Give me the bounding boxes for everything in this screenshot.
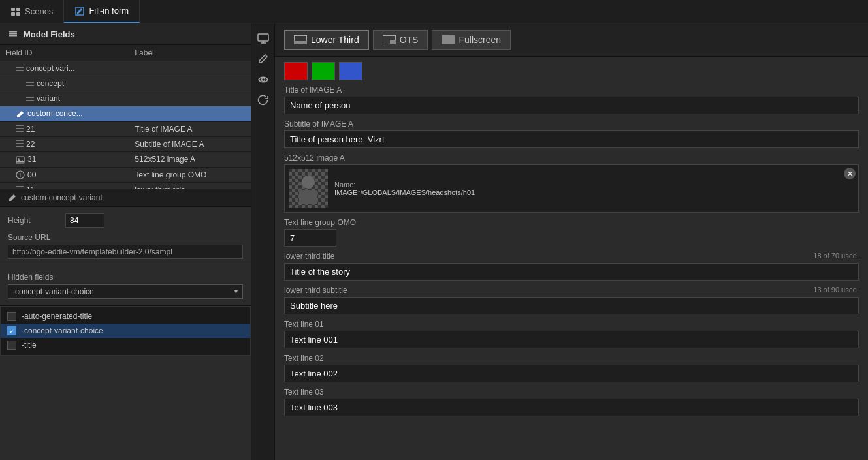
refresh-button[interactable] bbox=[254, 91, 272, 110]
svg-rect-11 bbox=[258, 34, 268, 41]
field-label-cell bbox=[129, 61, 251, 76]
svg-rect-16 bbox=[294, 41, 307, 44]
field-id-cell: 11 bbox=[0, 183, 129, 189]
height-label: Height bbox=[8, 216, 60, 225]
field-table-container: Field ID Label concept vari... bbox=[0, 45, 251, 189]
field-id-cell: 31 bbox=[0, 151, 129, 167]
ots-btn-icon bbox=[383, 35, 396, 44]
checkbox-auto-generated[interactable] bbox=[7, 312, 16, 321]
input-text-line-group[interactable] bbox=[284, 229, 336, 247]
properties-section: Height Source URL bbox=[0, 207, 251, 266]
label-lower-third-subtitle: lower third subtitle bbox=[284, 286, 347, 295]
image-info: Name: IMAGE*/GLOBALS/IMAGES/headshots/h0… bbox=[334, 181, 475, 196]
image-path: IMAGE*/GLOBALS/IMAGES/headshots/h01 bbox=[334, 189, 475, 196]
checkbox-item-title[interactable]: -title bbox=[1, 338, 250, 352]
hamburger-icon bbox=[8, 29, 18, 39]
svg-point-14 bbox=[261, 78, 265, 82]
svg-rect-0 bbox=[11, 8, 15, 11]
top-bar: Scenes Fill-in form bbox=[0, 0, 868, 23]
input-lower-third-subtitle[interactable] bbox=[284, 297, 859, 314]
svg-point-8 bbox=[18, 158, 19, 159]
table-row-active[interactable]: custom-conce... bbox=[0, 106, 251, 122]
table-row[interactable]: variant bbox=[0, 91, 251, 106]
image-remove-button[interactable]: ✕ bbox=[844, 168, 856, 179]
swatch-blue[interactable] bbox=[339, 62, 362, 80]
field-id-cell: concept vari... bbox=[0, 61, 129, 76]
checkbox-concept-variant[interactable]: ✓ bbox=[7, 326, 16, 335]
screen-button[interactable] bbox=[254, 29, 272, 47]
hidden-fields-select[interactable]: -concept-variant-choice bbox=[8, 284, 243, 299]
fill-in-form-icon bbox=[74, 6, 85, 16]
ots-button[interactable]: OTS bbox=[373, 30, 428, 50]
table-header-row: Field ID Label bbox=[0, 45, 251, 61]
eye-button[interactable] bbox=[254, 70, 272, 89]
source-url-input[interactable] bbox=[8, 245, 243, 259]
lower-third-button[interactable]: Lower Third bbox=[284, 30, 369, 50]
label-lower-third-title: lower third title bbox=[284, 252, 334, 261]
fullscreen-button[interactable]: Fullscreen bbox=[432, 30, 511, 50]
table-row[interactable]: concept bbox=[0, 76, 251, 91]
checkbox-title-label: -title bbox=[22, 341, 37, 350]
field-text-line-group: Text line group OMO bbox=[284, 218, 859, 247]
swatch-red[interactable] bbox=[284, 62, 308, 80]
field-image-512: 512x512 image A ✕ Name: I bbox=[284, 153, 859, 213]
input-text-line-03[interactable] bbox=[284, 399, 859, 416]
input-text-line-01[interactable] bbox=[284, 331, 859, 348]
field-text-line-02: Text line 02 bbox=[284, 354, 859, 382]
tab-fill-in-form-label: Fill-in form bbox=[89, 6, 129, 16]
char-count-lower-third-title: 18 of 70 used. bbox=[813, 252, 859, 261]
checkbox-title[interactable] bbox=[7, 341, 16, 350]
table-row[interactable]: 21 Title of IMAGE A bbox=[0, 121, 251, 136]
custom-concept-bar: custom-concept-variant bbox=[0, 189, 251, 207]
tab-scenes-label: Scenes bbox=[25, 7, 53, 16]
field-label-cell: Text line group OMO bbox=[129, 167, 251, 183]
input-text-line-02[interactable] bbox=[284, 365, 859, 382]
eye-icon bbox=[257, 74, 269, 85]
swatch-green[interactable] bbox=[312, 62, 335, 80]
col-label: Label bbox=[129, 45, 251, 61]
svg-rect-4 bbox=[9, 31, 17, 33]
table-row[interactable]: 31 512x512 image A bbox=[0, 151, 251, 167]
checkmark-icon: ✓ bbox=[9, 328, 14, 335]
height-row: Height bbox=[8, 213, 243, 228]
field-id-cell: variant bbox=[0, 91, 129, 106]
checkbox-item-auto-generated[interactable]: -auto-generated-title bbox=[1, 309, 250, 324]
field-id-cell: concept bbox=[0, 76, 129, 91]
height-input[interactable] bbox=[65, 213, 104, 228]
field-label-cell bbox=[129, 91, 251, 106]
field-lower-third-subtitle: lower third subtitle 13 of 90 used. bbox=[284, 286, 859, 314]
table-row[interactable]: 11 lower third title bbox=[0, 183, 251, 189]
fullscreen-btn-icon bbox=[442, 35, 455, 44]
table-row[interactable]: 22 Subtitle of IMAGE A bbox=[0, 136, 251, 151]
image-name-label: Name: bbox=[334, 181, 475, 189]
label-title-image-a: Title of IMAGE A bbox=[284, 85, 342, 95]
field-id-cell: i 00 bbox=[0, 167, 129, 183]
input-title-image-a[interactable] bbox=[284, 97, 859, 114]
checkbox-concept-variant-label: -concept-variant-choice bbox=[22, 326, 103, 335]
right-content: Lower Third OTS Fullscreen bbox=[275, 23, 868, 460]
tab-fill-in-form[interactable]: Fill-in form bbox=[64, 0, 140, 23]
edit-icon-small bbox=[8, 193, 17, 202]
image-thumbnail bbox=[289, 169, 328, 208]
edit-pen-button[interactable] bbox=[254, 50, 272, 68]
svg-rect-3 bbox=[16, 12, 20, 16]
tab-scenes[interactable]: Scenes bbox=[0, 0, 64, 23]
hidden-fields-label: Hidden fields bbox=[8, 273, 243, 282]
input-lower-third-title[interactable] bbox=[284, 263, 859, 281]
edit-pen-icon bbox=[257, 53, 269, 65]
fullscreen-label: Fullscreen bbox=[458, 35, 501, 45]
custom-concept-label: custom-concept-variant bbox=[21, 193, 103, 202]
input-subtitle-image-a[interactable] bbox=[284, 130, 859, 148]
checkbox-item-concept-variant[interactable]: ✓ -concept-variant-choice bbox=[1, 324, 250, 338]
screen-icon bbox=[257, 32, 269, 44]
drag-handle-icon bbox=[16, 65, 24, 71]
scenes-icon bbox=[10, 7, 21, 17]
svg-rect-1 bbox=[16, 8, 20, 11]
svg-rect-19 bbox=[442, 35, 455, 44]
source-url-label: Source URL bbox=[8, 233, 243, 242]
person-body bbox=[299, 190, 317, 204]
table-row[interactable]: i 00 Text line group OMO bbox=[0, 167, 251, 183]
char-count-lower-third-subtitle: 13 of 90 used. bbox=[813, 286, 859, 295]
table-row[interactable]: concept vari... bbox=[0, 61, 251, 76]
field-table: Field ID Label concept vari... bbox=[0, 45, 251, 189]
